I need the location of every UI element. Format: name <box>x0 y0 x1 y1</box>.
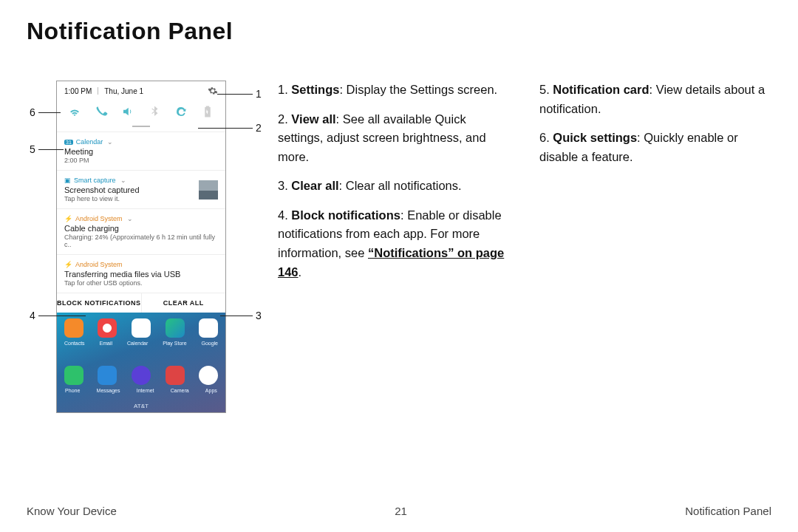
footer-right: Notification Panel <box>685 505 771 517</box>
sound-icon[interactable] <box>121 105 134 118</box>
callout-3: 3 <box>220 310 265 321</box>
wifi-calling-icon[interactable] <box>95 105 108 118</box>
notif-app-label: ⚡ Android System <box>64 261 218 268</box>
status-left: 1:00 PM Thu, June 1 <box>64 87 143 95</box>
app-labels-row: ContactsEmailCalendarPlay StoreGoogle <box>57 341 225 346</box>
screenshot-thumbnail <box>199 180 218 200</box>
app-icon <box>98 366 117 385</box>
chevron-down-icon: ⌄ <box>107 138 113 146</box>
rotate-icon[interactable] <box>174 105 188 118</box>
status-bar: 1:00 PM Thu, June 1 <box>57 81 225 100</box>
notification-card-screenshot[interactable]: ▣ Smart capture⌄ Screenshot captured Tap… <box>57 170 225 208</box>
notif-sub: 2:00 PM <box>64 157 218 164</box>
list-item: 1. Settings: Display the Settings screen… <box>278 81 510 100</box>
carrier-label: AT&T <box>57 403 225 409</box>
callout-5: 5 <box>27 143 64 155</box>
app-icon <box>132 366 151 385</box>
chevron-down-icon: ⌄ <box>127 215 133 222</box>
callout-6: 6 <box>27 106 61 118</box>
home-screen-backdrop: ContactsEmailCalendarPlay StoreGoogle Ph… <box>57 313 225 412</box>
chevron-down-icon: ⌄ <box>120 177 126 184</box>
app-row <box>57 366 225 385</box>
notif-title: Screenshot captured <box>64 185 140 194</box>
page-footer: Know Your Device 21 Notification Panel <box>27 505 771 517</box>
divider <box>98 87 98 95</box>
notif-sub: Tap for other USB options. <box>64 279 218 287</box>
notif-sub: Charging: 24% (Approximately 6 h 12 min … <box>64 233 218 248</box>
page-title: Notification Panel <box>27 18 771 45</box>
manual-page: Notification Panel 1:00 PM Thu, June 1 <box>0 0 798 532</box>
wifi-icon[interactable] <box>68 105 81 118</box>
notification-card-usb[interactable]: ⚡ Android System Transferring media file… <box>57 254 225 293</box>
callout-4: 4 <box>27 310 86 321</box>
notif-app-label: 31 Calendar⌄ <box>64 138 218 146</box>
app-icon <box>132 318 151 338</box>
app-icon <box>199 318 218 338</box>
footer-left: Know Your Device <box>27 505 117 517</box>
clear-all-button[interactable]: CLEAR ALL <box>141 293 226 313</box>
content-row: 1:00 PM Thu, June 1 <box>27 81 771 413</box>
callout-1: 1 <box>217 88 265 100</box>
list-item: 6. Quick settings: Quickly enable or dis… <box>539 129 771 166</box>
status-date: Thu, June 1 <box>104 87 143 95</box>
notification-card-charging[interactable]: ⚡ Android System⌄ Cable charging Chargin… <box>57 208 225 254</box>
app-icon <box>98 318 117 338</box>
phone-illustration-wrap: 1:00 PM Thu, June 1 <box>27 81 248 413</box>
notif-title: Cable charging <box>64 224 218 233</box>
battery-icon[interactable] <box>201 105 214 118</box>
app-labels-row: PhoneMessagesInternetCameraApps <box>57 388 225 393</box>
app-icon <box>199 366 218 385</box>
col-left: 1. Settings: Display the Settings screen… <box>278 81 510 413</box>
app-icon <box>166 366 185 385</box>
list-item: 2. View all: See all available Quick set… <box>278 110 510 167</box>
notif-sub: Tap here to view it. <box>64 195 140 202</box>
col-right: 5. Notification card: View details about… <box>539 81 771 413</box>
callout-2: 2 <box>198 122 265 134</box>
footer-page-number: 21 <box>395 505 407 517</box>
notif-app-label: ⚡ Android System⌄ <box>64 215 218 222</box>
description-columns: 1. Settings: Display the Settings screen… <box>278 81 771 413</box>
notification-card-calendar[interactable]: 31 Calendar⌄ Meeting 2:00 PM <box>57 132 225 170</box>
gear-icon[interactable] <box>208 86 218 96</box>
app-icon <box>166 318 185 338</box>
list-item: 5. Notification card: View details about… <box>539 81 771 118</box>
app-icon <box>64 366 83 385</box>
notif-title: Transferring media files via USB <box>64 270 218 279</box>
bluetooth-icon[interactable] <box>148 105 161 118</box>
list-item: 3. Clear all: Clear all notifications. <box>278 177 510 196</box>
list-item: 4. Block notifications: Enable or disabl… <box>278 206 510 282</box>
notif-title: Meeting <box>64 147 218 156</box>
notif-app-label: ▣ Smart capture⌄ <box>64 177 140 184</box>
status-time: 1:00 PM <box>64 87 92 95</box>
